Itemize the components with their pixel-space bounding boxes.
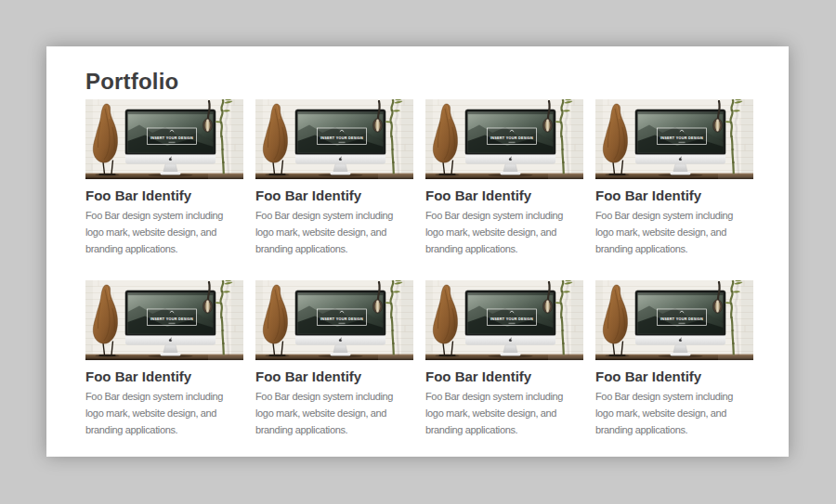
portfolio-card[interactable]: Foo Bar Identify Foo Bar design system i… bbox=[255, 280, 413, 438]
imac-desk-mockup-image bbox=[425, 280, 583, 360]
portfolio-thumbnail[interactable] bbox=[255, 280, 413, 360]
card-description: Foo Bar design system including logo mar… bbox=[425, 388, 583, 438]
card-description: Foo Bar design system including logo mar… bbox=[255, 207, 413, 257]
imac-desk-mockup-image bbox=[595, 99, 753, 179]
imac-desk-mockup-image bbox=[85, 99, 243, 179]
card-title: Foo Bar Identify bbox=[425, 187, 583, 204]
imac-desk-mockup-image bbox=[85, 280, 243, 360]
imac-desk-mockup-image bbox=[425, 99, 583, 179]
portfolio-card[interactable]: Foo Bar Identify Foo Bar design system i… bbox=[595, 280, 753, 438]
card-title: Foo Bar Identify bbox=[425, 368, 583, 385]
card-description: Foo Bar design system including logo mar… bbox=[595, 388, 753, 438]
portfolio-grid: Foo Bar Identify Foo Bar design system i… bbox=[85, 99, 753, 438]
card-description: Foo Bar design system including logo mar… bbox=[255, 388, 413, 438]
portfolio-card[interactable]: Foo Bar Identify Foo Bar design system i… bbox=[85, 99, 243, 257]
portfolio-thumbnail[interactable] bbox=[425, 280, 583, 360]
portfolio-card[interactable]: Foo Bar Identify Foo Bar design system i… bbox=[425, 280, 583, 438]
portfolio-thumbnail[interactable] bbox=[85, 99, 243, 179]
portfolio-card[interactable]: Foo Bar Identify Foo Bar design system i… bbox=[255, 99, 413, 257]
card-title: Foo Bar Identify bbox=[85, 187, 243, 204]
card-description: Foo Bar design system including logo mar… bbox=[595, 207, 753, 257]
page-title: Portfolio bbox=[85, 69, 789, 95]
portfolio-card[interactable]: Foo Bar Identify Foo Bar design system i… bbox=[595, 99, 753, 257]
card-description: Foo Bar design system including logo mar… bbox=[85, 207, 243, 257]
imac-desk-mockup-image bbox=[255, 280, 413, 360]
portfolio-thumbnail[interactable] bbox=[595, 280, 753, 360]
card-title: Foo Bar Identify bbox=[595, 187, 753, 204]
card-title: Foo Bar Identify bbox=[85, 368, 243, 385]
portfolio-thumbnail[interactable] bbox=[255, 99, 413, 179]
card-description: Foo Bar design system including logo mar… bbox=[85, 388, 243, 438]
portfolio-panel: Portfolio Foo Bar Identify Foo Bar desig… bbox=[46, 46, 789, 457]
card-title: Foo Bar Identify bbox=[255, 368, 413, 385]
portfolio-thumbnail[interactable] bbox=[85, 280, 243, 360]
portfolio-thumbnail[interactable] bbox=[425, 99, 583, 179]
portfolio-thumbnail[interactable] bbox=[595, 99, 753, 179]
imac-desk-mockup-image bbox=[595, 280, 753, 360]
card-description: Foo Bar design system including logo mar… bbox=[425, 207, 583, 257]
card-title: Foo Bar Identify bbox=[255, 187, 413, 204]
portfolio-card[interactable]: Foo Bar Identify Foo Bar design system i… bbox=[85, 280, 243, 438]
card-title: Foo Bar Identify bbox=[595, 368, 753, 385]
portfolio-card[interactable]: Foo Bar Identify Foo Bar design system i… bbox=[425, 99, 583, 257]
imac-desk-mockup-image bbox=[255, 99, 413, 179]
